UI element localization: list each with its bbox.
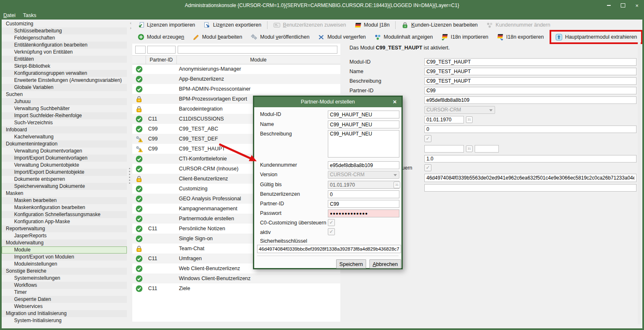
detail-gueltig-input[interactable]: [424, 116, 464, 123]
sidebar-item-masken[interactable]: Masken: [2, 190, 127, 197]
sidebar-item-kachelverwaltung[interactable]: Kachelverwaltung: [2, 133, 127, 140]
detail-sicherheitsschluessel-input[interactable]: [424, 174, 637, 182]
sidebar-item-module[interactable]: Module: [2, 246, 127, 254]
sidebar-item-konfiguration-app-maske[interactable]: Konfiguration App-Maske: [2, 218, 127, 225]
dialog-close-icon[interactable]: ×: [391, 98, 399, 105]
abbrechen-button[interactable]: Abbrechen: [369, 259, 401, 268]
detail-beschreibung-input[interactable]: [424, 77, 637, 85]
speichern-button[interactable]: Speichern: [336, 259, 366, 268]
sidebar-item-entitätenkonfiguration-bearbeiten[interactable]: Entitätenkonfiguration bearbeiten: [2, 42, 127, 49]
close-button[interactable]: ×: [633, 2, 641, 9]
table-row-app-benutzerlizenz[interactable]: App-Benutzerlizenz: [132, 74, 340, 84]
menu-tasks[interactable]: Tasks: [23, 12, 36, 18]
sidebar-item-verwaltung-dokumentvorlagen[interactable]: Verwaltung Dokumentvorlagen: [2, 148, 127, 155]
module-filter-input[interactable]: [178, 46, 337, 54]
sidebar-item-reportverwaltung[interactable]: Reportverwaltung: [2, 225, 127, 232]
detail-kundennummer-input[interactable]: [424, 96, 637, 104]
splitter-handle[interactable]: [129, 166, 131, 185]
sidebar-item-schlüsselbearbeitung[interactable]: Schlüsselbearbeitung: [2, 27, 127, 34]
sidebar-item-speicherverwaltung-dokumente[interactable]: Speicherverwaltung Dokumente: [2, 183, 127, 190]
name-input[interactable]: [328, 121, 399, 128]
sicherheitsschluessel-input[interactable]: [257, 245, 401, 253]
toolbar-button-modul-veröffentlichen[interactable]: Modul veröffentlichen: [246, 32, 314, 42]
sidebar-item-verknüpfung-von-entitäten[interactable]: Verknüpfung von Entitäten: [2, 49, 127, 56]
detail-benutzerlizenzen-input[interactable]: [424, 126, 637, 133]
detail-versionsnummer-input[interactable]: [424, 155, 637, 163]
status-filter-input[interactable]: [135, 46, 146, 54]
table-row-ziele[interactable]: C11Ziele: [132, 283, 340, 293]
calendar-icon[interactable]: 31: [466, 145, 473, 152]
detail-checkbox-2[interactable]: ✓: [424, 164, 431, 171]
sidebar-item-webservices[interactable]: Webservices: [2, 303, 127, 310]
sidebar-item-konfiguration-schnellerfassungsmaske[interactable]: Konfiguration Schnellerfassungsmaske: [2, 211, 127, 218]
sidebar-item-globale-variablen[interactable]: Globale Variablen: [2, 84, 127, 91]
sidebar-item-jasperreports[interactable]: JasperReports: [2, 232, 127, 239]
detail-date2-input[interactable]: [424, 145, 464, 153]
toolbar-button-lizenzen-exportieren[interactable]: Lizenzen exportieren: [199, 20, 265, 30]
table-row-windows-client-benutzerlizenz[interactable]: Windows Client-Benutzerlizenz: [132, 273, 340, 283]
toolbar-button-i18n-exportieren[interactable]: I18n exportieren: [493, 32, 548, 42]
kundennummer-input[interactable]: [328, 161, 399, 169]
sidebar-item-migration-und-initialisierung[interactable]: Migration und Initialisierung: [2, 310, 127, 317]
status-column-header[interactable]: [132, 56, 146, 64]
sidebar-item-erweiterte-einstellungen-anwendungsvariablen-[interactable]: Erweiterte Einstellungen (Anwendungsvari…: [2, 77, 127, 84]
sidebar-item-infoboard[interactable]: Infoboard: [2, 126, 127, 133]
sidebar-item-verwaltung-suchbehälter[interactable]: Verwaltung Suchbehälter: [2, 105, 127, 112]
sidebar-item-import-export-von-modulen[interactable]: Import/Export von Modulen: [2, 254, 127, 261]
sidebar-item-customizing[interactable]: Customizing: [2, 20, 127, 27]
sidebar-item-systemeinstellungen[interactable]: Systemeinstellungen: [2, 275, 127, 282]
sidebar-collapse-icons[interactable]: ‹›: [128, 20, 134, 30]
toolbar-button-lizenzen-importieren[interactable]: Lizenzen importieren: [133, 20, 199, 30]
sidebar-item-juhuuu[interactable]: Juhuuu: [2, 98, 127, 105]
detail-checkbox-1[interactable]: ✓: [424, 135, 431, 142]
menu-datei[interactable]: Datei: [3, 12, 15, 18]
sidebar-item-dokumente-entsperren[interactable]: Dokumente entsperren: [2, 176, 127, 183]
sidebar-item-feldeigenschaften[interactable]: Feldeigenschaften: [2, 34, 127, 42]
detail-modul-id-input[interactable]: [424, 58, 637, 66]
calendar-icon[interactable]: 31: [394, 182, 400, 188]
module-column-header[interactable]: Module: [177, 56, 340, 64]
sidebar-item-verwaltung-dokumentobjekte[interactable]: Verwaltung Dokumentobjekte: [2, 162, 127, 169]
toolbar-button-modul-i18n[interactable]: Modul I18n: [350, 20, 394, 30]
toolbar-button-kunden-lizenzen-bearbeiten[interactable]: Kunden-Lizenzen bearbeiten: [397, 20, 482, 30]
partner-id-input[interactable]: [328, 200, 399, 208]
sidebar-item-masken-bearbeiten[interactable]: Masken bearbeiten: [2, 197, 127, 204]
sidebar-item-import-suchfelder-reihenfolge[interactable]: Import Suchfelder-Reihenfolge: [2, 112, 127, 119]
calendar-icon[interactable]: 31: [466, 116, 473, 123]
detail-empty-input[interactable]: [424, 184, 637, 192]
sidebar-item-moduleinstellungen[interactable]: Moduleinstellungen: [2, 261, 127, 268]
detail-version-combo[interactable]: CURSOR-CRM: [424, 106, 495, 114]
toolbar-button-modul-bearbeiten[interactable]: Modul bearbeiten: [188, 32, 247, 42]
table-row-anonymisierungs-manager[interactable]: Anonymisierungs-Manager: [132, 64, 340, 74]
version-combo[interactable]: CURSOR-CRM: [328, 171, 399, 179]
gueltig-bis-input[interactable]: [328, 181, 399, 189]
sidebar-item-such-verzeichnis[interactable]: Such-Verzeichnis: [2, 119, 127, 126]
sidebar-item-dokumentenintegration[interactable]: Dokumentenintegration: [2, 140, 127, 148]
c0-customizing-checkbox[interactable]: ✓: [328, 219, 335, 226]
sidebar-item-konfigurationsgruppen-verwalten[interactable]: Konfigurationsgruppen verwalten: [2, 70, 127, 77]
sidebar-item-gesperrte-daten[interactable]: Gesperrte Daten: [2, 296, 127, 303]
passwort-input[interactable]: [328, 209, 399, 217]
sidebar-item-modulverwaltung[interactable]: Modulverwaltung: [2, 239, 127, 246]
aktiv-checkbox[interactable]: ✓: [328, 228, 335, 235]
sidebar-item-timer[interactable]: Timer: [2, 289, 127, 296]
sidebar-item-skript-bibliothek[interactable]: Skript-Bibliothek: [2, 63, 127, 70]
sidebar-item-import-export-dokumentvorlagen[interactable]: Import/Export Dokumentvorlagen: [2, 155, 127, 162]
toolbar-button-modulinhalt-anzeigen[interactable]: Modulinhalt anzeigen: [370, 32, 437, 42]
minimize-button[interactable]: [605, 2, 612, 9]
sidebar-item-suchen[interactable]: Suchen: [2, 91, 127, 98]
sidebar-item-entitäten[interactable]: Entitäten: [2, 56, 127, 63]
beschreibung-textarea[interactable]: C99_HAUPT_NEU: [328, 130, 399, 158]
sidebar-item-workflows[interactable]: Workflows: [2, 282, 127, 289]
detail-name-input[interactable]: [424, 68, 637, 75]
toolbar-button-modul-erzeugen[interactable]: Modul erzeugen: [133, 32, 188, 42]
sidebar-item-system-initialisierung[interactable]: System-Initialisierung: [2, 317, 127, 324]
partner-column-header[interactable]: Partner-ID: [146, 56, 177, 64]
vertical-scrollbar[interactable]: [638, 42, 641, 324]
toolbar-button-i18n-importieren[interactable]: I18n importieren: [437, 32, 492, 42]
sidebar-item-sonstige-bereiche[interactable]: Sonstige Bereiche: [2, 268, 127, 275]
table-row-bpm-admin-prozesscontainer[interactable]: BPM-ADMIN-Prozesscontainer: [132, 84, 340, 94]
sidebar-item-maskenkonfiguration-bearbeiten[interactable]: Maskenkonfiguration bearbeiten: [2, 204, 127, 211]
detail-extra-input[interactable]: [475, 145, 499, 153]
detail-partner-id-input[interactable]: [424, 87, 637, 94]
